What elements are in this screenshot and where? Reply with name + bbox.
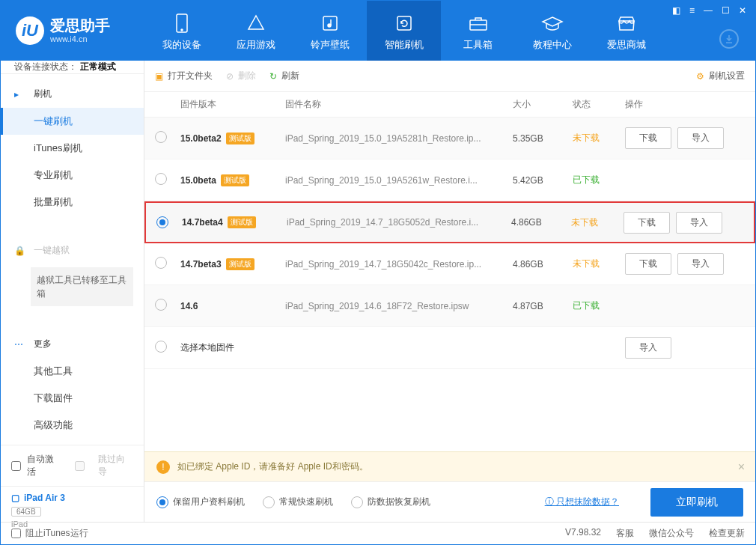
- maximize-icon[interactable]: ☐: [722, 5, 730, 16]
- table-row[interactable]: 14.6iPad_Spring_2019_14.6_18F72_Restore.…: [144, 285, 755, 327]
- menu-icon[interactable]: ≡: [689, 5, 695, 16]
- app-title: 爱思助手: [50, 16, 110, 34]
- folder-icon: ▣: [155, 71, 163, 82]
- main-nav: 我的设备 应用游戏 铃声壁纸 智能刷机 工具箱 教程中心 爱思商城: [144, 1, 755, 61]
- table-row-local[interactable]: 选择本地固件导入: [144, 327, 755, 369]
- col-name: 固件名称: [285, 98, 513, 111]
- tip-text: 如已绑定 Apple ID，请准备好 Apple ID和密码。: [177, 460, 368, 473]
- sidebar-item-itunes[interactable]: iTunes刷机: [1, 135, 144, 162]
- gear-icon: ⚙: [696, 71, 704, 82]
- sidebar-item-advanced[interactable]: 高级功能: [1, 412, 144, 439]
- tip-bar: ! 如已绑定 Apple ID，请准备好 Apple ID和密码。 ×: [144, 451, 755, 481]
- toolbar: ▣打开文件夹 ⊘删除 ↻刷新 ⚙刷机设置: [144, 61, 755, 92]
- sidebar-item-download[interactable]: 下载固件: [1, 385, 144, 412]
- auto-activate-checkbox[interactable]: [11, 461, 21, 471]
- flash-now-button[interactable]: 立即刷机: [650, 488, 743, 517]
- download-manager-icon[interactable]: [719, 29, 739, 49]
- nav-flash[interactable]: 智能刷机: [367, 1, 441, 61]
- firmware-size: 4.86GB: [511, 217, 571, 228]
- nav-device[interactable]: 我的设备: [144, 1, 219, 61]
- open-folder-button[interactable]: ▣打开文件夹: [155, 70, 213, 82]
- row-radio[interactable]: [156, 216, 168, 228]
- nav-ringtone[interactable]: 铃声壁纸: [293, 1, 367, 61]
- device-storage: 64GB: [11, 507, 41, 517]
- row-radio[interactable]: [155, 173, 167, 185]
- opt-fast[interactable]: 常规快速刷机: [263, 496, 333, 508]
- erase-only-link[interactable]: ⓘ 只想抹除数据？: [545, 496, 619, 508]
- store-icon: [617, 10, 636, 37]
- window-controls: ◧ ≡ — ☐ ✕: [669, 1, 749, 20]
- import-button[interactable]: 导入: [676, 212, 722, 234]
- version-label: V7.98.32: [565, 527, 601, 540]
- svg-point-3: [328, 24, 331, 27]
- firmware-name: iPad_Spring_2019_14.7_18G5052d_Restore.i…: [287, 217, 478, 228]
- download-button[interactable]: 下载: [625, 127, 671, 149]
- tip-close-icon[interactable]: ×: [738, 460, 745, 474]
- col-status: 状态: [573, 98, 625, 111]
- download-button[interactable]: 下载: [625, 253, 671, 275]
- sidebar-head-more[interactable]: ⋯更多: [1, 330, 144, 358]
- col-ops: 操作: [625, 98, 745, 111]
- sidebar-item-pro[interactable]: 专业刷机: [1, 162, 144, 189]
- opt-keep-data[interactable]: 保留用户资料刷机: [156, 496, 245, 508]
- download-button[interactable]: 下载: [624, 212, 670, 234]
- row-radio[interactable]: [155, 299, 167, 311]
- table-header: 固件版本 固件名称 大小 状态 操作: [144, 92, 755, 118]
- warning-icon: !: [156, 460, 170, 474]
- connection-status: 设备连接状态： 正常模式: [1, 61, 144, 74]
- svg-rect-2: [323, 16, 337, 30]
- table-row[interactable]: 14.7beta4测试版iPad_Spring_2019_14.7_18G505…: [144, 201, 755, 243]
- firmware-name: iPad_Spring_2019_15.0_19A5261w_Restore.i…: [285, 175, 478, 186]
- music-icon: [320, 10, 340, 37]
- sidebar: 设备连接状态： 正常模式 ▸刷机 一键刷机 iTunes刷机 专业刷机 批量刷机…: [1, 61, 144, 522]
- logo-icon: iU: [16, 16, 44, 45]
- table-row[interactable]: 14.7beta3测试版iPad_Spring_2019_14.7_18G504…: [144, 243, 755, 285]
- status-badge: 未下载: [571, 217, 598, 228]
- row-radio[interactable]: [155, 131, 167, 143]
- footer: 阻止iTunes运行 V7.98.32 客服 微信公众号 检查更新: [1, 522, 755, 544]
- import-button[interactable]: 导入: [625, 337, 671, 359]
- status-badge: 已下载: [573, 300, 600, 311]
- row-radio[interactable]: [155, 341, 167, 353]
- sidebar-item-other[interactable]: 其他工具: [1, 358, 144, 385]
- import-button[interactable]: 导入: [677, 127, 724, 149]
- table-row[interactable]: 15.0beta2测试版iPad_Spring_2019_15.0_19A528…: [144, 118, 755, 159]
- apps-icon: [246, 10, 266, 37]
- grad-cap-icon: [541, 10, 564, 37]
- status-badge: 已下载: [573, 174, 600, 185]
- auto-activate-label: 自动激活: [27, 453, 63, 478]
- close-icon[interactable]: ✕: [739, 5, 746, 16]
- delete-icon: ⊘: [226, 71, 234, 82]
- nav-tools[interactable]: 工具箱: [441, 1, 515, 61]
- sidebar-item-oneclick[interactable]: 一键刷机: [1, 108, 144, 135]
- row-radio[interactable]: [155, 257, 167, 269]
- opt-antirecover[interactable]: 防数据恢复刷机: [351, 496, 430, 508]
- table-row[interactable]: 15.0beta测试版iPad_Spring_2019_15.0_19A5261…: [144, 159, 755, 201]
- col-size: 大小: [513, 98, 573, 111]
- status-badge: 未下载: [573, 133, 600, 143]
- skip-guide-checkbox: [75, 461, 85, 471]
- sidebar-head-flash[interactable]: ▸刷机: [1, 80, 144, 108]
- svg-point-1: [181, 29, 183, 31]
- header: iU 爱思助手 www.i4.cn 我的设备 应用游戏 铃声壁纸 智能刷机 工具…: [1, 1, 755, 61]
- refresh-icon: [394, 10, 414, 37]
- refresh-button[interactable]: ↻刷新: [269, 70, 299, 82]
- phone-icon: [174, 10, 190, 37]
- jailbreak-notice: 越狱工具已转移至工具箱: [31, 267, 133, 306]
- minimize-icon[interactable]: —: [704, 5, 713, 16]
- toolbox-icon: [468, 10, 489, 37]
- nav-tutorial[interactable]: 教程中心: [515, 1, 589, 61]
- skin-icon[interactable]: ◧: [672, 5, 680, 16]
- logo: iU 爱思助手 www.i4.cn: [1, 1, 144, 61]
- nav-apps[interactable]: 应用游戏: [219, 1, 293, 61]
- support-link[interactable]: 客服: [616, 527, 634, 540]
- import-button[interactable]: 导入: [677, 253, 724, 275]
- settings-button[interactable]: ⚙刷机设置: [696, 70, 745, 82]
- sidebar-item-batch[interactable]: 批量刷机: [1, 189, 144, 216]
- more-icon: ⋯: [14, 339, 26, 350]
- update-link[interactable]: 检查更新: [709, 527, 745, 540]
- block-itunes-label: 阻止iTunes运行: [25, 527, 88, 540]
- wechat-link[interactable]: 微信公众号: [649, 527, 694, 540]
- nav-store[interactable]: 爱思商城: [589, 1, 663, 61]
- block-itunes-checkbox[interactable]: [11, 529, 21, 538]
